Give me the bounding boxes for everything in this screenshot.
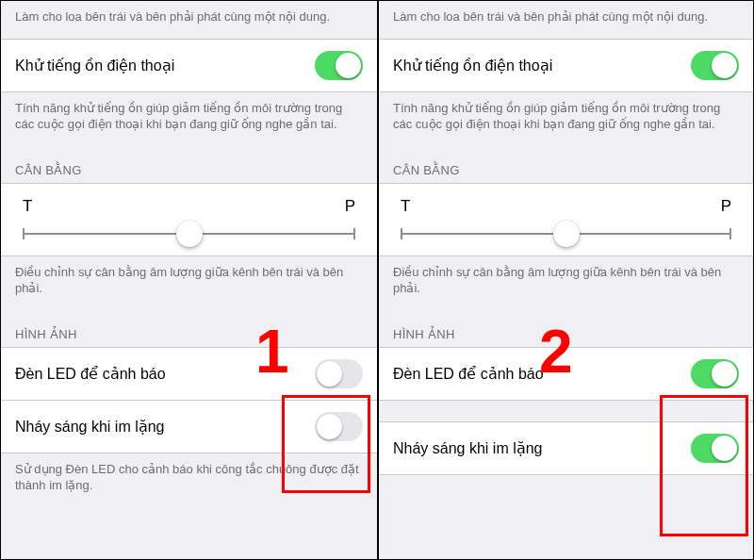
flash-silent-label: Nháy sáng khi im lặng bbox=[15, 418, 165, 436]
noise-cancel-label: Khử tiếng ồn điện thoại bbox=[15, 57, 174, 74]
noise-cancel-toggle[interactable] bbox=[315, 51, 363, 80]
balance-slider[interactable] bbox=[401, 233, 731, 235]
balance-right-label: P bbox=[345, 197, 355, 216]
led-alert-row: Đèn LED để cảnh báo bbox=[1, 347, 377, 401]
flash-silent-toggle[interactable] bbox=[315, 412, 363, 441]
speaker-desc: Làm cho loa bên trái và bên phải phát cù… bbox=[379, 1, 753, 39]
flash-silent-label: Nháy sáng khi im lặng bbox=[393, 439, 543, 457]
balance-block: T P bbox=[379, 183, 753, 256]
flash-silent-row: Nháy sáng khi im lặng bbox=[379, 421, 753, 475]
visual-header: HÌNH ẢNH bbox=[1, 310, 377, 347]
led-alert-label: Đèn LED để cảnh báo bbox=[393, 365, 544, 383]
noise-cancel-desc: Tính năng khử tiếng ồn giúp giảm tiếng ồ… bbox=[1, 92, 377, 146]
balance-slider[interactable] bbox=[23, 233, 355, 235]
noise-cancel-row: Khử tiếng ồn điện thoại bbox=[1, 39, 377, 92]
balance-desc: Điều chỉnh sự cân bằng âm lượng giữa kên… bbox=[1, 256, 377, 310]
flash-silent-row: Nháy sáng khi im lặng bbox=[1, 401, 377, 453]
balance-right-label: P bbox=[721, 197, 731, 216]
noise-cancel-desc: Tính năng khử tiếng ồn giúp giảm tiếng ồ… bbox=[379, 92, 753, 146]
panel-right: Làm cho loa bên trái và bên phải phát cù… bbox=[377, 1, 753, 559]
led-alert-toggle[interactable] bbox=[691, 359, 739, 388]
flash-silent-toggle[interactable] bbox=[691, 434, 739, 463]
noise-cancel-toggle[interactable] bbox=[691, 51, 739, 80]
balance-desc: Điều chỉnh sự cân bằng âm lượng giữa kên… bbox=[379, 256, 753, 310]
noise-cancel-row: Khử tiếng ồn điện thoại bbox=[379, 39, 753, 92]
comparison-wrapper: Làm cho loa bên trái và bên phải phát cù… bbox=[0, 0, 754, 560]
led-alert-toggle[interactable] bbox=[315, 359, 363, 388]
balance-header: CÂN BẰNG bbox=[1, 146, 377, 183]
balance-header: CÂN BẰNG bbox=[379, 146, 753, 183]
visual-header: HÌNH ẢNH bbox=[379, 310, 753, 347]
balance-left-label: T bbox=[401, 197, 410, 216]
balance-slider-thumb[interactable] bbox=[553, 221, 580, 247]
row-gap bbox=[379, 401, 753, 421]
balance-slider-thumb[interactable] bbox=[176, 221, 203, 247]
speaker-desc: Làm cho loa bên trái và bên phải phát cù… bbox=[1, 1, 377, 39]
led-alert-label: Đèn LED để cảnh báo bbox=[15, 365, 166, 383]
panel-left: Làm cho loa bên trái và bên phải phát cù… bbox=[1, 1, 377, 559]
noise-cancel-label: Khử tiếng ồn điện thoại bbox=[393, 57, 552, 74]
balance-left-label: T bbox=[23, 197, 32, 216]
led-alert-row: Đèn LED để cảnh báo bbox=[379, 347, 753, 401]
balance-block: T P bbox=[1, 183, 377, 256]
led-footer-desc: Sử dụng Đèn LED cho cảnh báo khi công tắ… bbox=[1, 453, 377, 505]
